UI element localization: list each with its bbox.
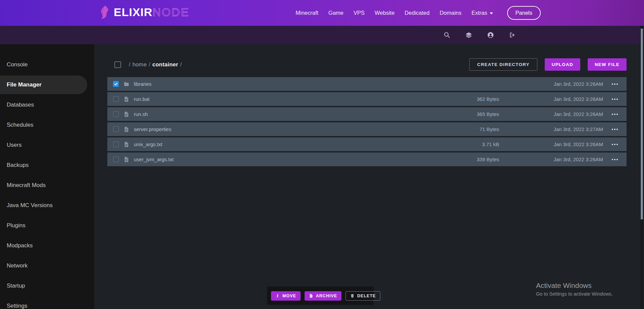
search-icon[interactable] xyxy=(443,32,450,39)
breadcrumb-home[interactable]: home xyxy=(132,61,147,67)
archive-label: ARCHIVE xyxy=(316,294,337,298)
breadcrumb-separator: / xyxy=(149,61,150,67)
sidebar-item-minecraft-mods[interactable]: Minecraft Mods xyxy=(0,175,94,195)
file-name[interactable]: user_jvm_args.txt xyxy=(134,157,459,162)
row-actions-menu[interactable] xyxy=(603,144,627,145)
sidebar-item-plugins[interactable]: Plugins xyxy=(0,215,94,236)
row-checkbox[interactable] xyxy=(113,81,119,87)
sidebar-item-label: Users xyxy=(7,142,21,148)
top-nav-link[interactable]: Website xyxy=(375,10,394,16)
file-row[interactable]: unix_args.txt 3.71 kB Jan 3rd, 2022 3:26… xyxy=(107,137,627,151)
layers-icon[interactable] xyxy=(465,32,472,39)
top-nav: MinecraftGameVPSWebsiteDedicatedDomains … xyxy=(296,0,541,26)
top-nav-link[interactable]: Game xyxy=(328,10,343,16)
upload-button[interactable]: UPLOAD xyxy=(545,58,580,71)
elixir-flask-icon xyxy=(99,5,110,19)
sidebar-item-label: Settings xyxy=(7,303,27,309)
top-nav-link[interactable]: Minecraft xyxy=(296,10,318,16)
file-name[interactable]: server.properties xyxy=(134,126,459,132)
row-actions-menu[interactable] xyxy=(603,114,627,115)
sidebar-item-label: Plugins xyxy=(7,222,25,229)
actions-row: /home/container/ CREATE DIRECTORY UPLOAD… xyxy=(107,58,627,71)
archive-icon xyxy=(309,294,313,298)
panels-button[interactable]: Panels xyxy=(507,6,541,20)
user-icon[interactable] xyxy=(487,32,494,39)
file-list: libraries Jan 3rd, 2022 3:26AM run.bat 3… xyxy=(107,77,627,166)
file-size: 71 Bytes xyxy=(459,126,499,132)
breadcrumb-container[interactable]: container xyxy=(152,61,178,67)
sidebar-menu: Console File Manager Databases Schedules… xyxy=(0,44,94,309)
row-actions-menu[interactable] xyxy=(603,99,627,100)
sidebar-item-label: Databases xyxy=(7,102,34,108)
sidebar-item-network[interactable]: Network xyxy=(0,256,94,276)
sidebar-item-label: Console xyxy=(7,61,28,68)
scrollbar-thumb[interactable] xyxy=(641,28,643,220)
sidebar-item-console[interactable]: Console xyxy=(0,55,94,75)
sidebar-item-databases[interactable]: Databases xyxy=(0,95,94,115)
sidebar-item-modpacks[interactable]: Modpacks xyxy=(0,236,94,256)
extras-label: Extras xyxy=(472,10,487,16)
scrollbar-track[interactable] xyxy=(640,26,643,309)
file-row[interactable]: server.properties 71 Bytes Jan 3rd, 2022… xyxy=(107,122,627,136)
top-nav-link[interactable]: Dedicated xyxy=(405,10,429,16)
file-row[interactable]: user_jvm_args.txt 339 Bytes Jan 3rd, 202… xyxy=(107,152,627,166)
sub-header xyxy=(0,26,644,44)
file-icon xyxy=(123,111,129,117)
new-file-button[interactable]: NEW FILE xyxy=(588,58,627,71)
chevron-down-icon xyxy=(490,12,493,14)
top-nav-link[interactable]: Domains xyxy=(440,10,462,16)
sidebar-item-label: Schedules xyxy=(7,122,33,128)
file-name[interactable]: run.sh xyxy=(134,111,459,117)
logout-icon[interactable] xyxy=(509,32,516,39)
sidebar-item-users[interactable]: Users xyxy=(0,135,94,155)
row-actions-menu[interactable] xyxy=(603,129,627,130)
sidebar-item-label: Modpacks xyxy=(7,242,33,249)
sidebar-item-schedules[interactable]: Schedules xyxy=(0,115,94,135)
create-directory-button[interactable]: CREATE DIRECTORY xyxy=(469,58,537,71)
sidebar-item-label: Startup xyxy=(7,283,25,289)
sidebar-item-settings[interactable]: Settings xyxy=(0,296,94,309)
sidebar-item-backups[interactable]: Backups xyxy=(0,155,94,175)
sidebar-item-label: Backups xyxy=(7,162,29,169)
file-name[interactable]: unix_args.txt xyxy=(134,141,459,147)
row-checkbox[interactable] xyxy=(113,111,119,117)
top-nav-extras[interactable]: Extras xyxy=(472,10,493,16)
select-all-checkbox[interactable] xyxy=(114,61,121,68)
file-row[interactable]: run.bat 362 Bytes Jan 3rd, 2022 3:26AM xyxy=(107,92,627,106)
check-icon xyxy=(114,82,118,86)
row-actions-menu[interactable] xyxy=(603,83,627,85)
breadcrumb-separator: / xyxy=(180,61,182,67)
delete-label: DELETE xyxy=(357,294,376,298)
file-icon xyxy=(123,157,129,163)
trash-icon xyxy=(350,294,355,298)
sidebar-item-label: File Manager xyxy=(7,81,42,88)
row-checkbox[interactable] xyxy=(113,96,119,102)
move-label: MOVE xyxy=(282,294,296,298)
row-checkbox[interactable] xyxy=(113,157,119,162)
move-button[interactable]: MOVE xyxy=(271,291,301,301)
file-name[interactable]: run.bat xyxy=(134,96,459,102)
brand-logo[interactable]: ELIXIRNODE xyxy=(99,5,190,19)
sidebar-item-java-mc-versions[interactable]: Java MC Versions xyxy=(0,195,94,215)
file-modified: Jan 3rd, 2022 3:26AM xyxy=(506,157,603,162)
sidebar-item-startup[interactable]: Startup xyxy=(0,276,94,296)
row-actions-menu[interactable] xyxy=(603,159,627,160)
row-checkbox[interactable] xyxy=(113,141,119,147)
activate-windows-watermark: Activate Windows Go to Settings to activ… xyxy=(536,282,613,297)
watermark-title: Activate Windows xyxy=(536,282,613,290)
icon-bar xyxy=(443,26,516,44)
file-name[interactable]: libraries xyxy=(134,81,459,87)
file-row[interactable]: run.sh 365 Bytes Jan 3rd, 2022 3:26AM xyxy=(107,107,627,121)
breadcrumb-separator: / xyxy=(129,61,130,67)
breadcrumb: /home/container/ xyxy=(127,61,184,68)
file-row[interactable]: libraries Jan 3rd, 2022 3:26AM xyxy=(107,77,627,91)
sidebar-item-file-manager[interactable]: File Manager xyxy=(0,75,87,94)
top-nav-link[interactable]: VPS xyxy=(354,10,365,16)
archive-button[interactable]: ARCHIVE xyxy=(305,291,341,301)
sidebar-item-label: Java MC Versions xyxy=(7,202,53,209)
delete-button[interactable]: DELETE xyxy=(345,291,380,301)
watermark-subtitle: Go to Settings to activate Windows. xyxy=(536,291,613,297)
file-size: 362 Bytes xyxy=(459,96,499,102)
row-checkbox[interactable] xyxy=(113,126,119,132)
move-icon xyxy=(275,294,280,298)
